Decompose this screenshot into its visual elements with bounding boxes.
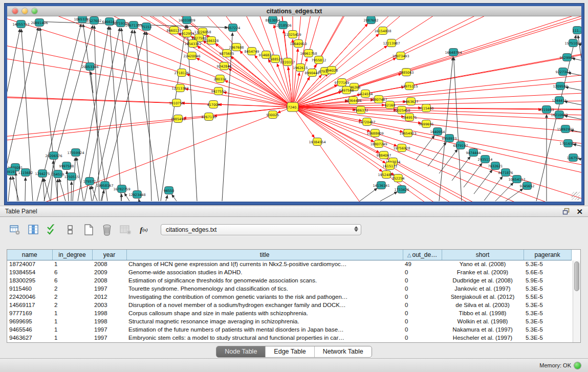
table-cell[interactable]: 2008 xyxy=(92,260,126,268)
table-row[interactable]: 946554611997Estimation of the future num… xyxy=(7,325,571,334)
table-cell[interactable]: Changes of HCN gene expression and I(f) … xyxy=(126,260,403,268)
column-header-in_degree[interactable]: in_degree xyxy=(52,250,92,260)
table-cell[interactable]: 5.5E-5 xyxy=(524,293,571,301)
table-cell[interactable]: 5.3E-5 xyxy=(524,260,571,268)
table-cell[interactable]: Dudbridge et al. (2008) xyxy=(442,276,524,285)
table-cell[interactable]: Tourette syndrome. Phenomenology and cla… xyxy=(126,285,403,293)
create-column-icon[interactable] xyxy=(82,223,95,236)
table-cell[interactable]: 19384554 xyxy=(7,268,52,276)
table-cell[interactable]: Stergiakouli et al. (2012) xyxy=(442,293,524,301)
table-cell[interactable]: Corpus callosum shape and size in male p… xyxy=(126,309,403,317)
table-cell[interactable]: 5.3E-5 xyxy=(524,285,571,293)
table-cell[interactable]: 5.3E-5 xyxy=(524,301,571,309)
table-row[interactable]: 969969511998Structural magnetic resonanc… xyxy=(7,317,571,325)
table-cell[interactable]: Yano et al. (2008) xyxy=(442,260,524,268)
table-cell[interactable]: 9465546 xyxy=(7,325,52,334)
close-panel-icon[interactable]: ✕ xyxy=(576,208,583,215)
table-cell[interactable]: 2012 xyxy=(92,293,126,301)
node-table[interactable]: namein_degreeyeartitle△out_de…shortpager… xyxy=(7,250,572,342)
table-cell[interactable]: 0 xyxy=(403,325,442,334)
table-row[interactable]: 1872400712008Changes of HCN gene express… xyxy=(7,260,571,268)
table-row[interactable]: 2242004622012Investigating the contribut… xyxy=(7,293,571,301)
table-cell[interactable]: Nakamura et al. (1997) xyxy=(442,325,524,334)
table-cell[interactable]: 1998 xyxy=(92,317,126,325)
function-builder-icon[interactable]: f(x) xyxy=(137,223,150,236)
table-cell[interactable]: Investigating the contribution of common… xyxy=(126,293,403,301)
table-cell[interactable]: 0 xyxy=(403,276,442,285)
table-cell[interactable]: 5.3E-5 xyxy=(524,317,571,325)
table-cell[interactable]: 1997 xyxy=(92,334,126,342)
table-cell[interactable]: 0 xyxy=(403,301,442,309)
table-cell[interactable]: 49 xyxy=(403,260,442,268)
table-selector-dropdown[interactable]: citations_edges.txt xyxy=(161,224,361,235)
table-cell[interactable]: 14569117 xyxy=(7,301,52,309)
table-cell[interactable]: 0 xyxy=(403,309,442,317)
network-canvas[interactable]: 8660128891295413226058982750816543382818… xyxy=(7,16,581,202)
float-panel-icon[interactable] xyxy=(562,208,570,215)
zoom-window-button[interactable] xyxy=(32,8,37,14)
table-cell[interactable]: 9699695 xyxy=(7,317,52,325)
table-cell[interactable]: 0 xyxy=(403,285,442,293)
table-cell[interactable]: 9115460 xyxy=(7,285,52,293)
table-scrollbar-thumb[interactable] xyxy=(574,261,579,291)
table-cell[interactable]: Genome-wide association studies in ADHD. xyxy=(126,268,403,276)
table-cell[interactable]: 6 xyxy=(52,276,92,285)
table-cell[interactable]: 0 xyxy=(403,293,442,301)
table-cell[interactable]: 6 xyxy=(52,268,92,276)
resize-grip-icon[interactable] xyxy=(572,192,580,200)
tab-node-table[interactable]: Node Table xyxy=(216,346,266,357)
table-cell[interactable]: 1997 xyxy=(92,285,126,293)
citation-graph[interactable]: 8660128891295413226058982750816543382818… xyxy=(7,16,581,202)
table-cell[interactable]: 0 xyxy=(403,334,442,342)
close-window-button[interactable] xyxy=(12,8,18,14)
table-cell[interactable]: de Silva et al. (2003) xyxy=(442,301,524,309)
table-cell[interactable]: 2 xyxy=(52,285,92,293)
table-mode-icon[interactable] xyxy=(8,223,21,236)
table-cell[interactable]: 0 xyxy=(403,268,442,276)
table-cell[interactable]: Tibbo et al. (1998) xyxy=(442,309,524,317)
table-cell[interactable]: 2 xyxy=(52,293,92,301)
minimize-window-button[interactable] xyxy=(22,8,28,14)
table-cell[interactable]: Structural magnetic resonance image aver… xyxy=(126,317,403,325)
table-cell[interactable]: 18724007 xyxy=(7,260,52,268)
network-window-titlebar[interactable]: citations_edges.txt xyxy=(7,6,581,16)
table-row[interactable]: 1456911722003Disruption of a novel membe… xyxy=(7,301,571,309)
table-cell[interactable]: Estimation of the future numbers of pati… xyxy=(126,325,403,334)
column-header-name[interactable]: name xyxy=(7,250,52,260)
delete-columns-icon[interactable] xyxy=(100,223,114,236)
table-cell[interactable]: 9463627 xyxy=(7,334,52,342)
column-header-year[interactable]: year xyxy=(92,250,126,260)
tab-edge-table[interactable]: Edge Table xyxy=(266,346,314,357)
table-cell[interactable]: 5.9E-5 xyxy=(524,276,571,285)
table-cell[interactable]: Jankovic et al. (1997) xyxy=(442,285,524,293)
table-row[interactable]: 946362711997Embryonic stem cells: a mode… xyxy=(7,334,571,342)
table-cell[interactable]: Wolkin et al. (1998) xyxy=(442,317,524,325)
table-cell[interactable]: 1 xyxy=(52,325,92,334)
table-row[interactable]: 911546021997Tourette syndrome. Phenomeno… xyxy=(7,285,571,293)
table-row[interactable]: 1830029562008Estimation of significance … xyxy=(7,276,571,285)
column-header-out_de[interactable]: △out_de… xyxy=(403,250,442,260)
table-cell[interactable]: 1 xyxy=(52,334,92,342)
column-header-pagerank[interactable]: pagerank xyxy=(524,250,571,260)
table-row[interactable]: 1938455462009Genome-wide association stu… xyxy=(7,268,571,276)
table-cell[interactable]: 2008 xyxy=(92,276,126,285)
table-cell[interactable]: 1998 xyxy=(92,309,126,317)
table-cell[interactable]: 2003 xyxy=(92,301,126,309)
table-cell[interactable]: 1997 xyxy=(92,325,126,334)
clear-selection-icon[interactable] xyxy=(63,223,77,236)
network-window[interactable]: citations_edges.txt 86601288912954132260… xyxy=(5,4,584,205)
table-row[interactable]: 977716911998Corpus callosum shape and si… xyxy=(7,309,571,317)
table-cell[interactable]: 1 xyxy=(52,317,92,325)
table-cell[interactable]: Estimation of significance thresholds fo… xyxy=(126,276,403,285)
column-header-title[interactable]: title xyxy=(126,250,403,260)
table-cell[interactable]: 2 xyxy=(52,301,92,309)
column-header-short[interactable]: short xyxy=(442,250,524,260)
table-cell[interactable]: Franke et al. (2009) xyxy=(442,268,524,276)
table-cell[interactable]: 18300295 xyxy=(7,276,52,285)
table-cell[interactable]: 5.3E-5 xyxy=(524,309,571,317)
table-cell[interactable]: Disruption of a novel member of a sodium… xyxy=(126,301,403,309)
table-cell[interactable]: 5.6E-5 xyxy=(524,268,571,276)
select-all-rows-icon[interactable] xyxy=(45,223,58,236)
table-scrollbar[interactable] xyxy=(573,260,580,342)
table-cell[interactable]: 5.3E-5 xyxy=(524,325,571,334)
